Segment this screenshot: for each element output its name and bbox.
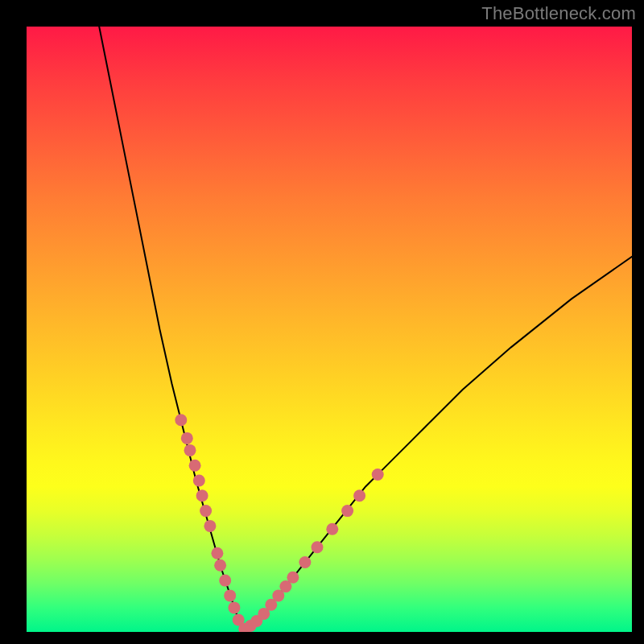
data-marker (312, 541, 324, 553)
data-marker (181, 432, 193, 444)
data-marker (214, 559, 226, 572)
data-marker (326, 523, 338, 535)
chart-frame: TheBottleneck.com (0, 0, 644, 644)
data-marker (287, 572, 299, 584)
data-marker (189, 460, 201, 472)
watermark-text: TheBottleneck.com (481, 3, 636, 24)
data-marker (341, 505, 353, 517)
data-marker (175, 414, 187, 426)
data-marker (224, 589, 236, 601)
data-marker (228, 601, 240, 613)
data-marker (204, 520, 216, 532)
bottleneck-curve (99, 27, 632, 629)
curve-layer (27, 27, 632, 632)
data-marker (211, 547, 223, 559)
data-marker (219, 575, 231, 587)
data-marker (196, 489, 208, 502)
data-marker (193, 475, 205, 487)
data-markers-group (175, 414, 383, 632)
data-marker (299, 556, 311, 568)
data-marker (200, 505, 212, 517)
plot-area (27, 27, 632, 632)
data-marker (372, 469, 384, 481)
data-marker (184, 444, 196, 456)
data-marker (353, 489, 365, 502)
